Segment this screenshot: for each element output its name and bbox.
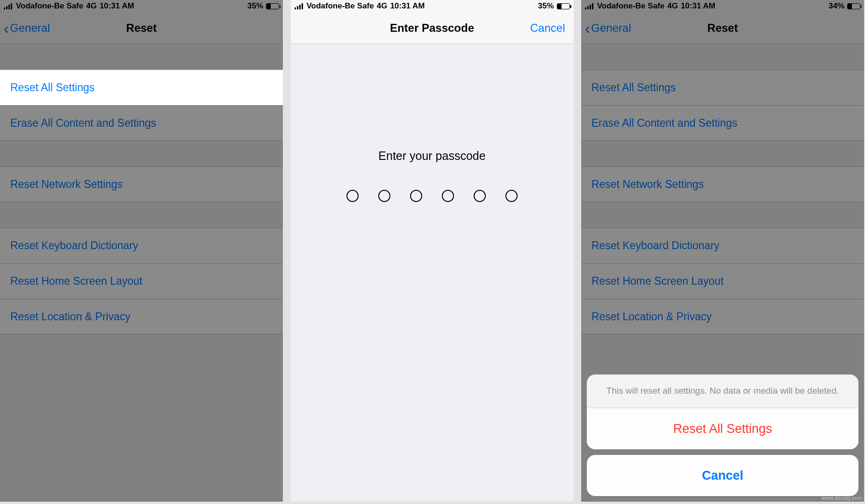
chevron-left-icon: ‹ (4, 20, 9, 36)
passcode-entry-area: Enter your passcode (291, 44, 574, 502)
status-bar: Vodafone-Be Safe 4G 10:31 AM 34% (581, 0, 864, 12)
reset-network-settings-row[interactable]: Reset Network Settings (0, 166, 283, 202)
network-label: 4G (377, 1, 388, 11)
cellular-signal-icon (4, 3, 13, 9)
svg-rect-7 (302, 3, 303, 9)
reset-location-privacy-row[interactable]: Reset Location & Privacy (581, 299, 864, 334)
svg-rect-5 (297, 6, 298, 9)
passcode-dot (410, 190, 422, 202)
network-label: 4G (86, 1, 97, 11)
svg-rect-3 (11, 3, 12, 9)
passcode-dot (474, 190, 486, 202)
battery-percent-label: 34% (829, 1, 844, 11)
reset-location-privacy-row[interactable]: Reset Location & Privacy (0, 299, 283, 334)
network-label: 4G (667, 1, 678, 11)
svg-rect-11 (592, 3, 593, 9)
svg-rect-9 (587, 6, 589, 9)
svg-rect-2 (8, 5, 10, 9)
cellular-signal-icon (295, 3, 304, 9)
passcode-dots[interactable] (346, 190, 518, 202)
confirm-reset-all-settings-button[interactable]: Reset All Settings (587, 408, 858, 449)
reset-home-screen-layout-row[interactable]: Reset Home Screen Layout (0, 263, 283, 299)
back-button[interactable]: ‹ General (585, 12, 631, 43)
chevron-left-icon: ‹ (585, 20, 590, 36)
back-button[interactable]: ‹ General (4, 12, 50, 43)
battery-icon (557, 3, 570, 9)
page-title: Enter Passcode (390, 22, 474, 35)
nav-bar: Enter Passcode Cancel (291, 12, 574, 44)
battery-percent-label: 35% (247, 1, 263, 11)
reset-keyboard-dictionary-row[interactable]: Reset Keyboard Dictionary (0, 228, 283, 263)
erase-all-content-row[interactable]: Erase All Content and Settings (0, 105, 283, 141)
screenshot-enter-passcode: Vodafone-Be Safe 4G 10:31 AM 35% Enter P… (291, 0, 574, 502)
back-label: General (10, 22, 50, 35)
status-bar: Vodafone-Be Safe 4G 10:31 AM 35% (0, 0, 283, 12)
status-bar: Vodafone-Be Safe 4G 10:31 AM 35% (291, 0, 574, 12)
passcode-prompt-label: Enter your passcode (378, 149, 485, 163)
svg-rect-1 (6, 6, 7, 9)
battery-percent-label: 35% (538, 1, 554, 11)
time-label: 10:31 AM (681, 1, 715, 11)
carrier-label: Vodafone-Be Safe (597, 1, 664, 11)
reset-all-settings-row[interactable]: Reset All Settings (0, 70, 283, 105)
screenshot-reset-action-sheet: Vodafone-Be Safe 4G 10:31 AM 34% ‹ Gener… (581, 0, 864, 502)
svg-rect-6 (299, 5, 301, 9)
reset-options-list: Reset All Settings Erase All Content and… (0, 70, 283, 334)
battery-icon (266, 3, 279, 9)
action-sheet-message: This will reset all settings. No data or… (587, 374, 858, 408)
passcode-dot (346, 190, 359, 202)
watermark-label: www.deuaq.com (822, 495, 862, 501)
action-sheet-cancel-button[interactable]: Cancel (587, 455, 858, 496)
cancel-button[interactable]: Cancel (530, 12, 565, 43)
nav-bar: ‹ General Reset (0, 12, 283, 44)
battery-icon (847, 3, 860, 9)
reset-options-list: Reset All Settings Erase All Content and… (581, 70, 864, 334)
time-label: 10:31 AM (100, 1, 134, 11)
nav-bar: ‹ General Reset (581, 12, 864, 44)
confirm-action-sheet: This will reset all settings. No data or… (587, 374, 858, 496)
passcode-dot (505, 190, 518, 202)
svg-rect-4 (295, 7, 296, 9)
passcode-dot (442, 190, 454, 202)
page-title: Reset (707, 22, 738, 35)
back-label: General (591, 22, 631, 35)
reset-all-settings-row[interactable]: Reset All Settings (581, 70, 864, 105)
svg-rect-8 (585, 7, 586, 9)
erase-all-content-row[interactable]: Erase All Content and Settings (581, 105, 864, 141)
passcode-dot (378, 190, 390, 202)
reset-network-settings-row[interactable]: Reset Network Settings (581, 166, 864, 202)
carrier-label: Vodafone-Be Safe (16, 1, 83, 11)
svg-rect-10 (590, 5, 591, 9)
page-title: Reset (126, 22, 157, 35)
carrier-label: Vodafone-Be Safe (307, 1, 374, 11)
time-label: 10:31 AM (390, 1, 425, 11)
reset-keyboard-dictionary-row[interactable]: Reset Keyboard Dictionary (581, 228, 864, 263)
svg-rect-0 (4, 7, 5, 9)
reset-home-screen-layout-row[interactable]: Reset Home Screen Layout (581, 263, 864, 299)
screenshot-reset-list-dimmed: Vodafone-Be Safe 4G 10:31 AM 35% ‹ Gener… (0, 0, 283, 502)
cellular-signal-icon (585, 3, 594, 9)
